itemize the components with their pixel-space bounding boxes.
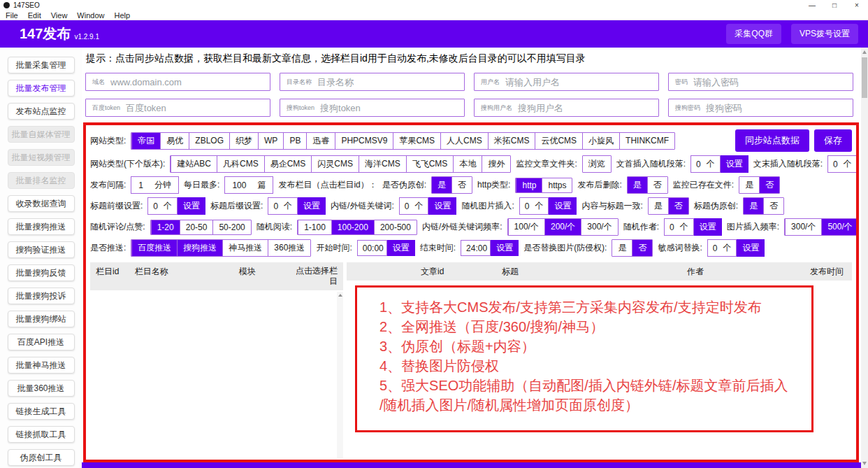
sogou-password-input[interactable] xyxy=(706,103,846,113)
vps-settings-button[interactable]: VPS拨号设置 xyxy=(791,24,858,44)
title-suffix-input[interactable]: 0个 xyxy=(268,197,298,215)
keyword-freq-chip[interactable]: 200/个 xyxy=(544,219,581,235)
site-type-next-chip[interactable]: 搜外 xyxy=(482,156,510,172)
scrollbar-thumb[interactable] xyxy=(862,57,867,98)
image-freq-chip[interactable]: 1000/个 xyxy=(858,219,859,235)
random-comments-chip[interactable]: 50-200 xyxy=(212,220,250,234)
sidebar-item[interactable]: 百度API推送 xyxy=(8,334,75,350)
menu-item[interactable]: View xyxy=(51,11,68,20)
sidebar-item[interactable]: 搜狗验证推送 xyxy=(8,241,75,258)
site-type-chip[interactable]: 苹果CMS xyxy=(393,133,440,149)
link-keywords-input[interactable]: 0个 xyxy=(399,197,429,215)
password-field[interactable]: 密码 xyxy=(668,73,853,91)
sidebar-item[interactable]: 批量搜狗投诉 xyxy=(8,288,75,304)
start-time-input[interactable]: 00:00 xyxy=(357,240,387,256)
browse-button[interactable]: 浏览 xyxy=(583,156,611,172)
site-type-chip[interactable]: PHPCMSV9 xyxy=(335,133,393,149)
random-image-set-button[interactable]: 设置 xyxy=(549,197,577,215)
random-image-input[interactable]: 0个 xyxy=(519,197,549,215)
monitor-exist-yes[interactable]: 是 xyxy=(739,177,759,193)
site-type-chip[interactable]: 小旋风 xyxy=(582,133,619,149)
sidebar-item[interactable]: 批量采集管理 xyxy=(8,57,75,73)
baidu-token-field[interactable]: 百度token xyxy=(85,99,270,117)
end-time-input[interactable]: 24:00 xyxy=(461,240,491,256)
directory-name-field[interactable]: 目录名称 xyxy=(280,73,465,91)
site-type-chip[interactable]: 易优 xyxy=(160,133,189,149)
pseudo-original-yes[interactable]: 是 xyxy=(432,177,451,193)
para-head-input[interactable]: 0个 xyxy=(690,155,721,173)
end-time-set-button[interactable]: 设置 xyxy=(491,240,519,256)
sogou-token-field[interactable]: 搜狗token xyxy=(280,99,465,117)
site-type-next-chip[interactable]: 飞飞CMS xyxy=(406,156,454,172)
push-chip[interactable]: 360推送 xyxy=(268,240,310,256)
sogou-token-input[interactable] xyxy=(320,103,458,113)
sidebar-item[interactable]: 批量搜狗绑站 xyxy=(8,311,75,327)
sidebar-item[interactable]: 伪原创工具 xyxy=(8,449,75,466)
site-type-chip[interactable]: PB xyxy=(283,133,306,149)
sidebar-item[interactable]: 批量排名监控 xyxy=(8,172,75,189)
directory-name-input[interactable] xyxy=(317,77,458,87)
menu-item[interactable]: Window xyxy=(77,11,104,20)
site-type-chip[interactable]: 人人CMS xyxy=(440,133,488,149)
scroll-up-icon[interactable] xyxy=(338,294,342,297)
sidebar-item[interactable]: 批量搜狗反馈 xyxy=(8,264,75,281)
delete-after-yes[interactable]: 是 xyxy=(628,177,647,193)
para-tail-input[interactable]: 0个 xyxy=(827,155,858,173)
password-input[interactable] xyxy=(693,77,846,87)
image-freq-chip[interactable]: 300/个 xyxy=(785,219,821,235)
sidebar-item[interactable]: 链接抓取工具 xyxy=(8,426,75,443)
site-type-next-chip[interactable]: 凡科CMS xyxy=(217,156,264,172)
sidebar-item[interactable]: 批量神马推送 xyxy=(8,357,75,374)
sensitive-input[interactable]: 0个 xyxy=(707,239,737,257)
daily-max-input[interactable]: 100篇 xyxy=(224,176,273,194)
horizontal-scrollbar[interactable] xyxy=(82,462,861,468)
maximize-button[interactable]: □ xyxy=(823,0,846,10)
sidebar-item[interactable]: 批量360推送 xyxy=(8,380,75,397)
random-comments-chip[interactable]: 1-20 xyxy=(151,220,180,234)
close-button[interactable]: × xyxy=(846,0,868,10)
sidebar-item[interactable]: 批量搜狗推送 xyxy=(8,218,75,235)
site-type-next-chip[interactable]: 建站ABC xyxy=(171,156,217,172)
column-table-scrollbar[interactable] xyxy=(337,292,343,458)
sidebar-item[interactable]: 链接生成工具 xyxy=(8,403,75,420)
random-reads-chip[interactable]: 100-200 xyxy=(331,220,374,234)
scroll-down-icon[interactable] xyxy=(862,462,867,465)
site-type-chip[interactable]: ZBLOG xyxy=(189,133,229,149)
push-chip[interactable]: 搜狗推送 xyxy=(177,240,222,256)
scroll-up-icon[interactable] xyxy=(862,50,867,54)
site-type-next-chip[interactable]: 海洋CMS xyxy=(359,156,406,172)
content-match-no[interactable]: 否 xyxy=(668,198,688,214)
vertical-scrollbar[interactable] xyxy=(861,48,868,468)
domain-field[interactable]: 域名 xyxy=(85,73,270,91)
site-type-chip[interactable]: 米拓CMS xyxy=(488,133,535,149)
minimize-button[interactable]: — xyxy=(801,0,823,10)
monitor-exist-no[interactable]: 否 xyxy=(759,177,779,193)
random-comments-chip[interactable]: 20-50 xyxy=(180,220,213,234)
sogou-password-field[interactable]: 搜狗密码 xyxy=(668,99,853,117)
username-input[interactable] xyxy=(505,77,652,87)
site-type-chip[interactable]: 帝国 xyxy=(131,133,160,149)
username-field[interactable]: 用户名 xyxy=(474,73,659,91)
sogou-username-input[interactable] xyxy=(518,103,652,113)
menu-item[interactable]: Help xyxy=(114,11,130,20)
domain-input[interactable] xyxy=(110,77,263,87)
random-author-set-button[interactable]: 设置 xyxy=(694,218,722,236)
baidu-token-input[interactable] xyxy=(126,103,263,113)
random-reads-chip[interactable]: 200-500 xyxy=(374,220,417,234)
pseudo-original-no[interactable]: 否 xyxy=(451,177,472,193)
title-pseudo-no[interactable]: 否 xyxy=(763,198,783,214)
replace-image-yes[interactable]: 是 xyxy=(612,240,632,256)
menu-item[interactable]: File xyxy=(6,11,18,20)
interval-input[interactable]: 1分钟 xyxy=(131,176,179,194)
site-type-next-chip[interactable]: 易企CMS xyxy=(264,156,312,172)
sensitive-set-button[interactable]: 设置 xyxy=(737,239,765,257)
menu-item[interactable]: Edit xyxy=(28,11,41,20)
keyword-freq-chip[interactable]: 100/个 xyxy=(508,219,544,235)
keyword-freq-chip[interactable]: 300/个 xyxy=(581,219,617,235)
sogou-username-field[interactable]: 搜狗用户名 xyxy=(474,99,659,117)
site-type-chip[interactable]: WP xyxy=(258,133,283,149)
site-type-chip[interactable]: 织梦 xyxy=(229,133,258,149)
sidebar-item[interactable]: 收录数据查询 xyxy=(8,195,75,212)
title-prefix-set-button[interactable]: 设置 xyxy=(178,197,205,215)
site-type-chip[interactable]: 云优CMS xyxy=(535,133,582,149)
